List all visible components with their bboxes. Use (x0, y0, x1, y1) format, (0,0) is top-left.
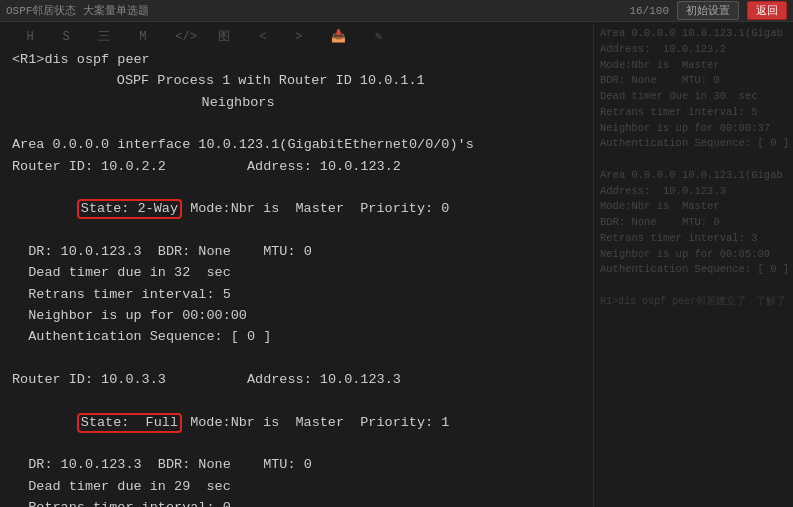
neighbor1-state-line: State: 2-Way Mode:Nbr is Master Priority… (12, 177, 581, 241)
settings-button[interactable]: 初始设置 (677, 1, 739, 20)
content-area: H S 三 M </> 图 < > 📥 ✎ <R1>dis ospf peer … (0, 22, 793, 507)
toolbar: OSPF邻居状态 大案量单选题 16/100 初始设置 返回 (0, 0, 793, 22)
toolbar-label: OSPF邻居状态 大案量单选题 (6, 3, 149, 18)
blank-line-1 (12, 113, 581, 134)
ospf-header1: OSPF Process 1 with Router ID 10.0.1.1 (52, 70, 581, 91)
terminal-window: OSPF邻居状态 大案量单选题 16/100 初始设置 返回 H S 三 M <… (0, 0, 793, 507)
neighbor2-state-suffix: Mode:Nbr is Master Priority: 1 (182, 415, 449, 430)
progress-indicator: 16/100 (629, 5, 669, 17)
neighbor1-auth: Authentication Sequence: [ 0 ] (12, 326, 581, 347)
neighbor1-dr: DR: 10.0.123.3 BDR: None MTU: 0 (12, 241, 581, 262)
neighbor1-dead: Dead timer due in 32 sec (12, 262, 581, 283)
icon-row: H S 三 M </> 图 < > 📥 ✎ (12, 28, 581, 47)
back-button[interactable]: 返回 (747, 1, 787, 20)
neighbor2-retrans: Retrans timer interval: 0 (12, 497, 581, 507)
neighbor1-state-box: State: 2-Way (77, 199, 182, 219)
neighbor1-retrans: Retrans timer interval: 5 (12, 284, 581, 305)
neighbor2-state-line: State: Full Mode:Nbr is Master Priority:… (12, 390, 581, 454)
neighbor1-router-id: Router ID: 10.0.2.2 Address: 10.0.123.2 (12, 156, 581, 177)
command-line: <R1>dis ospf peer (12, 49, 581, 70)
blank-line-2 (12, 348, 581, 369)
neighbor2-dr: DR: 10.0.123.3 BDR: None MTU: 0 (12, 454, 581, 475)
right-overlay-text: Area 0.0.0.0 10.0.123.1(Gigab Address: 1… (600, 26, 787, 310)
ospf-header2: Neighbors (72, 92, 581, 113)
neighbor1-area-line: Area 0.0.0.0 interface 10.0.123.1(Gigabi… (12, 134, 581, 155)
neighbor2-dead: Dead timer due in 29 sec (12, 476, 581, 497)
left-panel: H S 三 M </> 图 < > 📥 ✎ <R1>dis ospf peer … (0, 22, 593, 507)
right-panel: Area 0.0.0.0 10.0.123.1(Gigab Address: 1… (593, 22, 793, 507)
neighbor1-state-suffix: Mode:Nbr is Master Priority: 0 (182, 201, 449, 216)
neighbor2-router-id: Router ID: 10.0.3.3 Address: 10.0.123.3 (12, 369, 581, 390)
neighbor1-up: Neighbor is up for 00:00:00 (12, 305, 581, 326)
neighbor2-state-box: State: Full (77, 413, 182, 433)
